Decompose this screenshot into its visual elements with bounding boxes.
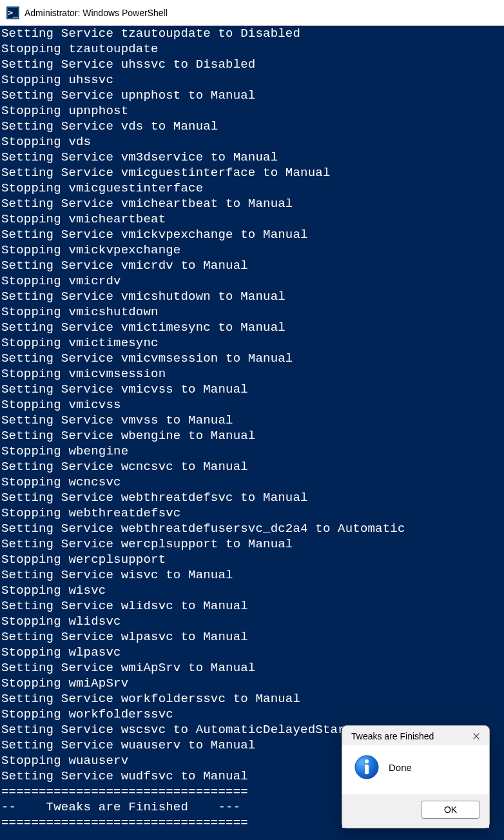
console-line: Setting Service vmicrdv to Manual <box>0 258 504 273</box>
console-line: Stopping vmicvss <box>0 397 504 413</box>
console-line: Stopping uhssvc <box>0 72 504 88</box>
console-line: Setting Service upnphost to Manual <box>0 88 504 103</box>
console-line: Stopping workfolderssvc <box>0 707 504 722</box>
console-line: Setting Service vmicvss to Manual <box>0 382 504 397</box>
console-line: Setting Service vmicheartbeat to Manual <box>0 196 504 211</box>
console-line: Setting Service vmvss to Manual <box>0 413 504 428</box>
dialog-title-text: Tweaks are Finished <box>351 731 434 741</box>
console-line: Setting Service vmictimesync to Manual <box>0 320 504 335</box>
console-line: Setting Service vmickvpexchange to Manua… <box>0 227 504 242</box>
console-line: Setting Service vm3dservice to Manual <box>0 150 504 165</box>
console-line: Setting Service wercplsupport to Manual <box>0 536 504 552</box>
console-line: Setting Service vmicguestinterface to Ma… <box>0 165 504 181</box>
ok-button[interactable]: OK <box>421 801 480 819</box>
console-line: Stopping wbengine <box>0 444 504 459</box>
svg-rect-4 <box>365 765 369 774</box>
svg-point-3 <box>365 759 369 763</box>
console-line: Stopping vmictimesync <box>0 335 504 351</box>
console-line: Setting Service webthreatdefsvc to Manua… <box>0 490 504 505</box>
close-icon[interactable] <box>471 731 481 741</box>
console-line: Stopping vmicshutdown <box>0 304 504 320</box>
message-dialog: Tweaks are Finished <box>342 725 490 828</box>
window-title: Administrator: Windows PowerShell <box>24 8 168 18</box>
console-line: Stopping wlpasvc <box>0 645 504 660</box>
console-line: Setting Service wmiApSrv to Manual <box>0 660 504 676</box>
console-line: Setting Service vds to Manual <box>0 119 504 134</box>
console-line: Setting Service workfolderssvc to Manual <box>0 691 504 707</box>
console-line: Stopping tzautoupdate <box>0 41 504 57</box>
console-line: Setting Service vmicshutdown to Manual <box>0 289 504 304</box>
console-line: Setting Service vmicvmsession to Manual <box>0 351 504 366</box>
console-line: Stopping vmicguestinterface <box>0 181 504 196</box>
console-line: Stopping upnphost <box>0 103 504 119</box>
powershell-icon: >_ <box>6 6 19 19</box>
console-line: Stopping webthreatdefsvc <box>0 505 504 521</box>
console-line: Setting Service wcncsvc to Manual <box>0 459 504 474</box>
window-titlebar: >_ Administrator: Windows PowerShell <box>0 0 504 26</box>
dialog-body: Done <box>342 745 489 794</box>
dialog-titlebar: Tweaks are Finished <box>342 726 489 745</box>
console-line: Setting Service uhssvc to Disabled <box>0 57 504 72</box>
console-line: Stopping wercplsupport <box>0 552 504 567</box>
console-line: Stopping vmickvpexchange <box>0 242 504 258</box>
console-line: Setting Service webthreatdefusersvc_dc2a… <box>0 521 504 536</box>
console-line: Stopping wmiApSrv <box>0 676 504 691</box>
console-line: Setting Service tzautoupdate to Disabled <box>0 26 504 41</box>
console-output[interactable]: Setting Service tzautoupdate to Disabled… <box>0 26 504 840</box>
console-line: Setting Service wbengine to Manual <box>0 428 504 444</box>
console-line: Setting Service wisvc to Manual <box>0 567 504 583</box>
console-line: Stopping wcncsvc <box>0 474 504 490</box>
console-line: Setting Service wlidsvc to Manual <box>0 598 504 614</box>
dialog-message: Done <box>389 762 412 773</box>
dialog-footer: OK <box>342 794 489 828</box>
console-line: Stopping vmicvmsession <box>0 366 504 382</box>
console-line: Stopping vmicheartbeat <box>0 211 504 227</box>
console-line: Stopping vmicrdv <box>0 273 504 289</box>
console-line: Stopping wisvc <box>0 583 504 598</box>
console-line: Stopping wlidsvc <box>0 614 504 629</box>
info-icon <box>354 754 380 780</box>
console-line: Stopping vds <box>0 134 504 150</box>
console-line: Setting Service wlpasvc to Manual <box>0 629 504 645</box>
